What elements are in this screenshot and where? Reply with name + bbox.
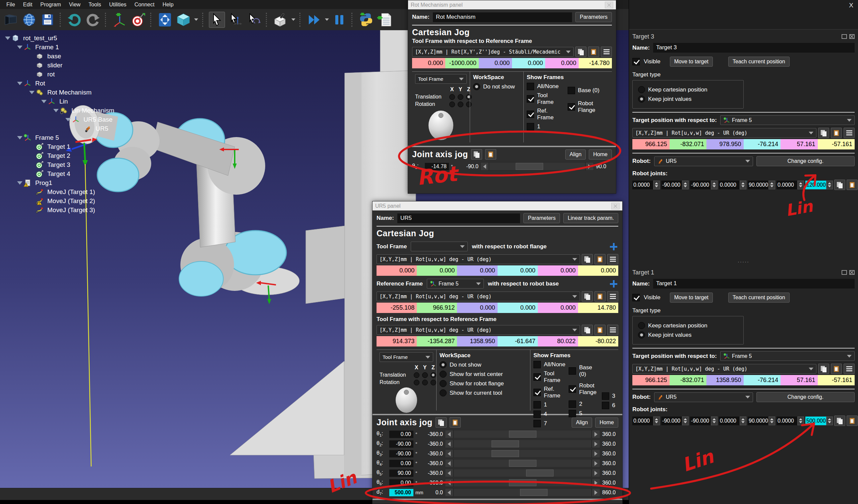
align-button[interactable]: Align <box>572 418 592 427</box>
joint-spinbox[interactable]: -90.000 <box>661 181 689 189</box>
joint-slider[interactable] <box>445 440 600 448</box>
pose-value[interactable]: -255.108 <box>377 303 417 313</box>
toolbar-grip[interactable] <box>60 13 62 27</box>
joint-spinbox[interactable]: 0.0000 <box>777 417 804 425</box>
select-cursor-icon[interactable] <box>209 12 225 28</box>
jog-trackball[interactable] <box>429 111 453 140</box>
workspace-do-not-show-radio[interactable]: Do not show <box>473 83 520 90</box>
translation-x-radio[interactable] <box>414 372 419 378</box>
pose-value[interactable]: -57.161 <box>818 375 855 385</box>
joint-spinbox[interactable]: 0.0000 <box>632 417 660 425</box>
pose-value[interactable]: 0.000 <box>417 265 457 276</box>
keep-joints-radio[interactable]: Keep joint values <box>638 96 738 102</box>
show-robot-flange-checkbox[interactable]: Robot Flange <box>569 383 598 396</box>
pose-format-combo[interactable]: [X,Y,Z]mm | Rot[u,v,w] deg - UR (deg) <box>632 128 816 138</box>
joint-slider[interactable] <box>445 469 600 477</box>
pose-value[interactable]: 57.161 <box>781 375 818 385</box>
translation-y-radio[interactable] <box>458 94 463 100</box>
pause-icon[interactable] <box>331 12 347 28</box>
show-tool-frame-checkbox[interactable]: Tool Frame <box>527 92 563 105</box>
copy-icon[interactable] <box>575 47 586 57</box>
paint-dropdown-icon[interactable] <box>291 18 296 21</box>
rotation-y-radio[interactable] <box>422 380 428 385</box>
pose-format-combo[interactable]: [X,Y,Z]mm | Rot[u,v,w] deg - UR (deg) <box>632 364 816 374</box>
change-config-button[interactable]: Change config. <box>757 156 855 166</box>
pose-value[interactable]: 57.161 <box>781 139 818 149</box>
show-all-none-checkbox[interactable]: All/None <box>527 83 563 90</box>
tree-item-target4[interactable]: Target 4 <box>3 169 114 178</box>
joint-spinbox-highlighted[interactable]: 120.000 <box>805 181 833 189</box>
pose-format-combo[interactable]: [X,Y,Z]mm | Rot[u,v,w] deg - UR (deg) <box>377 325 580 335</box>
fit-to-screen-icon[interactable] <box>157 12 173 28</box>
menu-tools[interactable]: Tools <box>85 1 105 8</box>
copy-icon[interactable] <box>582 254 593 264</box>
pose-value[interactable]: -1354.287 <box>417 336 457 346</box>
align-button[interactable]: Align <box>565 149 586 160</box>
copy-icon[interactable] <box>818 363 829 374</box>
tree-item-movej-target1[interactable]: MoveJ (Target 1) <box>3 187 114 196</box>
joint-slider[interactable] <box>480 162 594 170</box>
parameters-button[interactable]: Parameters <box>575 12 612 22</box>
tree-item-station[interactable]: rot_test_ur5 <box>3 33 114 43</box>
keep-cartesian-radio[interactable]: Keep cartesian position <box>638 86 738 93</box>
joint-spinbox[interactable]: 90.0000 <box>748 417 775 425</box>
tool-frame-combo[interactable] <box>411 242 468 251</box>
undo-icon[interactable] <box>66 12 82 28</box>
move-to-target-button[interactable]: Move to target <box>670 293 713 303</box>
joint-spinbox[interactable]: 0.0000 <box>777 181 804 189</box>
visible-checkbox[interactable] <box>632 58 640 65</box>
keep-joints-radio[interactable]: Keep joint values <box>638 331 738 339</box>
pose-value[interactable]: 0.000 <box>538 265 578 276</box>
tree-item-rot-frame[interactable]: Rot <box>3 79 114 88</box>
tree-item-target2[interactable]: Target 2 <box>3 151 114 160</box>
pose-value[interactable]: 966.125 <box>632 139 670 149</box>
expander-icon[interactable] <box>16 46 23 49</box>
slider-right-arrow[interactable] <box>585 162 594 170</box>
expander-icon[interactable] <box>16 136 23 140</box>
pose-value[interactable]: -1000.000 <box>445 58 478 68</box>
linear-axis-value-input[interactable]: 500.00 <box>389 489 413 496</box>
tree-item-base[interactable]: base <box>3 52 114 61</box>
show-all-none-checkbox[interactable]: All/None <box>534 361 565 368</box>
toolbar-grip[interactable] <box>299 13 302 27</box>
keep-cartesian-radio[interactable]: Keep cartesian position <box>638 322 738 329</box>
rotate-cursor-icon[interactable] <box>246 12 262 28</box>
tree-item-frame1[interactable]: Frame 1 <box>3 43 114 52</box>
workspace-do-not-show-radio[interactable]: Do not show <box>440 361 527 368</box>
expander-icon[interactable] <box>64 118 72 121</box>
show-joint1-checkbox[interactable]: 1 <box>534 401 565 408</box>
jog-frame-combo[interactable]: Tool Frame <box>380 352 433 362</box>
slider-thumb[interactable] <box>526 470 554 476</box>
pose-value[interactable]: 0.000 <box>538 303 578 313</box>
pose-value[interactable]: 966.125 <box>632 375 670 385</box>
slider-left-arrow[interactable] <box>445 440 453 448</box>
run-dropdown-icon[interactable] <box>325 18 329 21</box>
rotation-y-radio[interactable] <box>458 101 463 107</box>
pose-value[interactable]: -61.647 <box>497 336 538 346</box>
slider-thumb[interactable] <box>492 440 519 448</box>
tree-item-rot-mechanism[interactable]: Rot Mechanism <box>3 88 114 97</box>
slider-right-arrow[interactable] <box>592 430 600 438</box>
jog-trackball[interactable] <box>396 387 417 413</box>
add-tool-frame-icon[interactable] <box>609 242 618 251</box>
slider-right-arrow[interactable] <box>592 469 600 477</box>
robot-combo[interactable]: UR5 <box>654 392 753 402</box>
linear-axis-slider[interactable] <box>445 488 600 497</box>
tree-item-target3[interactable]: Target 3 <box>3 160 114 169</box>
close-icon[interactable] <box>849 270 855 275</box>
translation-x-radio[interactable] <box>449 94 455 100</box>
paste-icon[interactable] <box>485 149 496 160</box>
slider-thumb[interactable] <box>516 163 543 170</box>
dock-splitter[interactable]: ····· <box>629 260 858 265</box>
joint-spinbox[interactable]: 0.0000 <box>719 417 746 425</box>
pose-value[interactable]: 0.000 <box>377 265 417 276</box>
rotation-x-radio[interactable] <box>414 380 419 385</box>
expander-icon[interactable] <box>4 36 11 40</box>
pose-value[interactable]: 966.912 <box>417 303 457 313</box>
run-fast-icon[interactable] <box>306 12 322 28</box>
show-joint1-checkbox[interactable]: 1 <box>527 123 563 130</box>
translation-z-radio[interactable] <box>430 372 436 378</box>
joint-value-input[interactable]: 0.00 <box>389 430 413 438</box>
tree-item-target1[interactable]: Target 1 <box>3 142 114 151</box>
pose-value[interactable]: 978.950 <box>706 139 744 149</box>
